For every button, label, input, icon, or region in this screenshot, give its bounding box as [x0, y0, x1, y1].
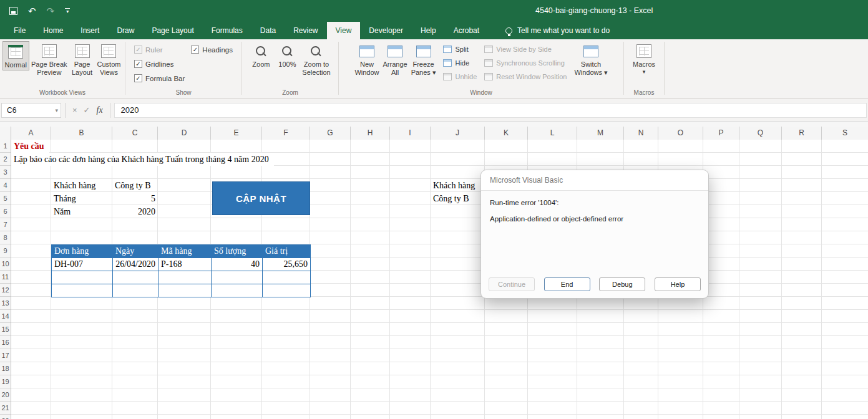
enter-icon[interactable]: ✓	[80, 105, 94, 115]
row-header-4[interactable]: 4	[0, 179, 11, 192]
orders-table-cell[interactable]: 40	[212, 258, 263, 271]
help-button[interactable]: Help	[655, 277, 701, 291]
tab-file[interactable]: File	[5, 22, 34, 39]
tab-view[interactable]: View	[327, 22, 361, 39]
custom-views-button[interactable]: Custom Views	[95, 41, 123, 77]
select-all-corner[interactable]	[0, 127, 11, 140]
redo-icon[interactable]: ↷	[47, 6, 55, 16]
page-break-preview-button[interactable]: Page Break Preview	[29, 41, 69, 77]
row-header-12[interactable]: 12	[0, 284, 11, 297]
orders-table-cell[interactable]	[263, 284, 311, 297]
column-header-i[interactable]: I	[390, 127, 431, 140]
row-header-15[interactable]: 15	[0, 323, 11, 336]
headings-checkbox[interactable]: ✓Headings	[191, 44, 233, 55]
tell-me[interactable]: Tell me what you want to do	[505, 22, 610, 39]
cell-a1[interactable]: Yêu cầu	[11, 140, 49, 153]
column-header-j[interactable]: J	[431, 127, 485, 140]
orders-table-cell[interactable]	[52, 271, 113, 284]
tab-acrobat[interactable]: Acrobat	[445, 22, 488, 39]
tab-formulas[interactable]: Formulas	[203, 22, 251, 39]
normal-button[interactable]: Normal	[2, 41, 29, 70]
column-header-e[interactable]: E	[211, 127, 262, 140]
insert-function-icon[interactable]: fx	[94, 105, 106, 115]
column-header-o[interactable]: O	[658, 127, 703, 140]
page-layout-button[interactable]: Page Layout	[69, 41, 95, 77]
cells-area[interactable]: 12345678910111213141516171819202122 Yêu …	[0, 140, 868, 419]
cell-a2[interactable]: Lập báo cáo các đơn hàng của Khách hàng …	[11, 153, 274, 166]
name-box-dropdown-icon[interactable]: ▾	[55, 107, 58, 113]
customize-quick-access-icon[interactable]: ▾	[65, 8, 70, 14]
gridlines-checkbox[interactable]: ✓Gridlines	[134, 58, 185, 70]
column-header-m[interactable]: M	[577, 127, 624, 140]
row-header-8[interactable]: 8	[0, 231, 11, 244]
macros-button[interactable]: Macros ▾	[631, 41, 657, 76]
split-button[interactable]: Split	[441, 42, 479, 56]
column-header-n[interactable]: N	[624, 127, 658, 140]
row-header-9[interactable]: 9	[0, 244, 11, 258]
row-header-18[interactable]: 18	[0, 362, 11, 375]
row-header-19[interactable]: 19	[0, 375, 11, 388]
row-header-13[interactable]: 13	[0, 297, 11, 310]
column-header-k[interactable]: K	[485, 127, 528, 140]
row-header-14[interactable]: 14	[0, 310, 11, 323]
formula-input[interactable]: 2020	[114, 103, 867, 118]
column-header-l[interactable]: L	[528, 127, 577, 140]
column-header-b[interactable]: B	[51, 127, 112, 140]
dialog-title[interactable]: Microsoft Visual Basic	[481, 170, 708, 191]
cell-j5[interactable]: Công ty B	[431, 192, 485, 205]
column-header-g[interactable]: G	[310, 127, 351, 140]
cell-c6[interactable]: 2020	[112, 205, 158, 218]
save-icon[interactable]	[9, 7, 17, 15]
tab-home[interactable]: Home	[34, 22, 72, 39]
tab-developer[interactable]: Developer	[360, 22, 412, 39]
zoom-to-selection-button[interactable]: Zoom to Selection	[300, 41, 332, 77]
row-header-5[interactable]: 5	[0, 192, 11, 205]
row-header-1[interactable]: 1	[0, 140, 11, 153]
orders-table-cell[interactable]: 26/04/2020	[113, 258, 158, 271]
tab-help[interactable]: Help	[412, 22, 445, 39]
row-header-17[interactable]: 17	[0, 349, 11, 362]
orders-table-cell[interactable]	[263, 271, 311, 284]
orders-table-cell[interactable]	[158, 271, 212, 284]
arrange-all-button[interactable]: Arrange All	[381, 41, 409, 77]
end-button[interactable]: End	[544, 277, 590, 291]
orders-table-cell[interactable]	[113, 271, 158, 284]
orders-table-cell[interactable]	[212, 284, 263, 297]
column-header-q[interactable]: Q	[739, 127, 782, 140]
column-header-s[interactable]: S	[822, 127, 868, 140]
cell-b5[interactable]: Tháng	[51, 192, 112, 205]
orders-table-cell[interactable]: DH-007	[52, 258, 113, 271]
row-header-22[interactable]: 22	[0, 415, 11, 419]
column-header-p[interactable]: P	[703, 127, 739, 140]
100-button[interactable]: 100%	[274, 41, 300, 69]
orders-table-cell[interactable]	[52, 284, 113, 297]
column-header-f[interactable]: F	[262, 127, 310, 140]
tab-review[interactable]: Review	[285, 22, 326, 39]
column-header-c[interactable]: C	[112, 127, 158, 140]
row-header-7[interactable]: 7	[0, 218, 11, 231]
tab-insert[interactable]: Insert	[72, 22, 108, 39]
column-header-h[interactable]: H	[351, 127, 390, 140]
row-header-11[interactable]: 11	[0, 271, 11, 284]
row-header-10[interactable]: 10	[0, 258, 11, 271]
orders-table-cell[interactable]	[212, 271, 263, 284]
orders-table-cell[interactable]	[113, 284, 158, 297]
undo-icon[interactable]: ↶	[28, 6, 36, 16]
column-header-a[interactable]: A	[11, 127, 51, 140]
orders-table-cell[interactable]: P-168	[158, 258, 212, 271]
cell-b6[interactable]: Năm	[51, 205, 112, 218]
tab-data[interactable]: Data	[251, 22, 285, 39]
cell-c4[interactable]: Công ty B	[112, 179, 158, 192]
freeze-panes-button[interactable]: Freeze Panes ▾	[409, 41, 438, 77]
switch-windows-button[interactable]: Switch Windows ▾	[572, 41, 609, 77]
row-header-2[interactable]: 2	[0, 153, 11, 166]
orders-table-cell[interactable]: 25,650	[263, 258, 311, 271]
cell-j4[interactable]: Khách hàng	[431, 179, 485, 192]
update-macro-button[interactable]: CẬP NHẬT	[212, 181, 310, 215]
column-header-r[interactable]: R	[782, 127, 822, 140]
row-header-6[interactable]: 6	[0, 205, 11, 218]
column-header-d[interactable]: D	[158, 127, 211, 140]
tab-draw[interactable]: Draw	[108, 22, 143, 39]
tab-page-layout[interactable]: Page Layout	[143, 22, 202, 39]
row-header-21[interactable]: 21	[0, 402, 11, 415]
